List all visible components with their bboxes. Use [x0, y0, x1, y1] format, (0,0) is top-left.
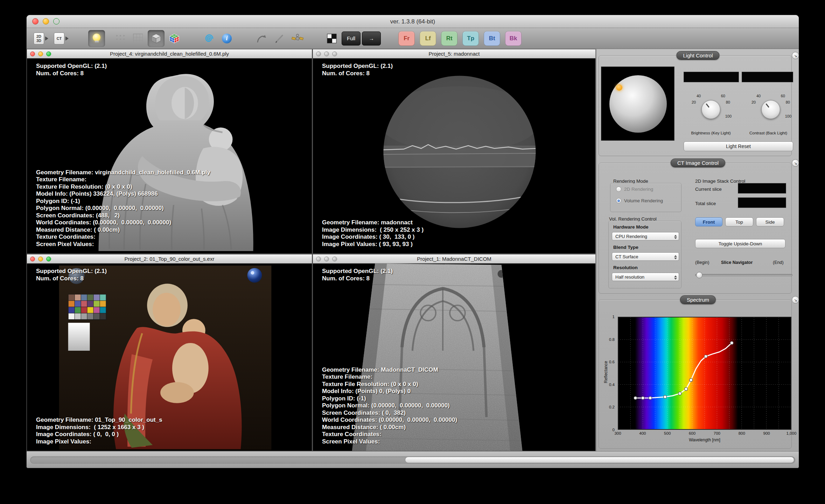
viewport-minimize-button[interactable] — [324, 51, 329, 56]
radio-2d-rendering[interactable]: 2D Rendering — [616, 187, 653, 192]
viewport-minimize-button[interactable] — [324, 257, 329, 261]
light-control-header: Light Control — [676, 51, 719, 60]
next-view-button[interactable]: → — [362, 31, 381, 46]
viewport-window-controls — [316, 51, 337, 56]
view-direction-button[interactable]: Bk — [505, 31, 522, 46]
viewport-titlebar[interactable]: Project_5: madonnact — [313, 49, 595, 58]
x-tick-label: 300 — [614, 431, 621, 435]
satellite-icon — [291, 33, 304, 44]
current-slice-field[interactable] — [738, 183, 786, 194]
view-direction-button[interactable]: Lf — [420, 31, 436, 46]
viewport-window-controls — [316, 257, 337, 261]
viewport-titlebar[interactable]: Project_1: MadonnaCT_DICOM — [313, 254, 595, 264]
contrast-knob-dial[interactable] — [761, 100, 780, 119]
section-collapse-icon[interactable]: ↘ — [792, 296, 799, 303]
full-view-button[interactable]: Full — [342, 31, 361, 46]
slice-navigator-slider[interactable] — [695, 274, 792, 276]
light-reset-button[interactable]: Light Reset — [684, 141, 793, 151]
measure-tool-button[interactable] — [271, 30, 288, 47]
viewport-close-button[interactable] — [30, 257, 35, 261]
wireframe-render-button[interactable] — [130, 30, 146, 47]
render-area-3d[interactable]: Supported OpenGL: (2.1)Num. of Cores: 8 … — [27, 58, 312, 253]
brightness-knob-dial[interactable] — [701, 100, 720, 119]
back-light-color-well[interactable] — [742, 72, 793, 82]
import-ct-button[interactable]: CT — [52, 30, 71, 47]
minimize-button[interactable] — [43, 18, 49, 24]
system-info-overlay: Supported OpenGL: (2.1)Num. of Cores: 8 — [36, 63, 107, 77]
key-light-color-well[interactable] — [684, 72, 739, 82]
2d3d-label-bottom: 3D — [36, 38, 41, 43]
shaded-render-button[interactable] — [148, 30, 165, 47]
view-direction-button[interactable]: Bt — [484, 31, 500, 46]
viewport-minimize-button[interactable] — [38, 257, 43, 261]
viewport-minimize-button[interactable] — [38, 51, 43, 56]
radio-volume-rendering[interactable]: Volume Rendering — [616, 198, 663, 203]
view-direction-button[interactable]: Rt — [441, 31, 457, 46]
viewport-project5: Project_5: madonnact — [313, 49, 596, 254]
viewport-titlebar[interactable]: Project_4: virginandchild_clean_holefill… — [27, 49, 312, 58]
system-info-overlay: Supported OpenGL: (2.1)Num. of Cores: 8 — [322, 268, 393, 282]
viewport-zoom-button[interactable] — [46, 257, 51, 261]
contrast-knob: 20 40 60 80 100 — [761, 100, 780, 119]
ct-image-control-section: CT Image Control ↘ Rendering Mode 2D Ren… — [598, 159, 798, 294]
resolution-select[interactable]: Half resolution — [612, 273, 679, 281]
viewport-titlebar[interactable]: Project_2: 01_Top_90_color_out_s.exr — [27, 254, 312, 264]
total-slice-field[interactable] — [738, 197, 786, 208]
section-collapse-icon[interactable]: ↘ — [792, 52, 799, 59]
key-light-marker[interactable] — [616, 84, 622, 91]
render-area-volume[interactable]: Supported OpenGL: (2.1)Num. of Cores: 8 … — [313, 264, 595, 451]
info-line: Screen Pixel Values: — [36, 241, 210, 248]
window-title: ver. 1.3.8 (64-bit) — [27, 15, 799, 28]
info-button[interactable]: i — [218, 30, 235, 47]
info-line: Supported OpenGL: (2.1) — [36, 63, 107, 70]
front-view-button[interactable]: Front — [695, 217, 722, 226]
viewport-zoom-button[interactable] — [46, 51, 51, 56]
quad-view-icon — [326, 33, 337, 44]
dropdown-arrows-icon — [674, 233, 677, 240]
viewport-zoom-button[interactable] — [332, 51, 337, 56]
viewport-title: Project_2: 01_Top_90_color_out_s.exr — [125, 256, 215, 262]
info-line: Supported OpenGL: (2.1) — [322, 268, 393, 275]
viewport-zoom-button[interactable] — [332, 257, 337, 261]
hardware-mode-select[interactable]: CPU Rendering — [612, 232, 679, 240]
color-render-button[interactable] — [166, 30, 183, 47]
point-render-button[interactable] — [111, 30, 128, 47]
slider-thumb[interactable] — [696, 272, 702, 278]
x-tick-label: 700 — [714, 431, 720, 435]
toggle-upside-down-button[interactable]: Toggle Upside-Down — [695, 239, 785, 248]
info-line: World Coordinates: (0.00000, 0.00000, 0.… — [322, 416, 457, 424]
spiral-tool-button[interactable] — [200, 30, 217, 47]
import-2d3d-button[interactable]: 2D 3D — [32, 30, 50, 47]
view-direction-button[interactable]: Fr — [398, 31, 415, 46]
spectrum-plot[interactable] — [618, 317, 791, 430]
light-toggle-button[interactable] — [88, 30, 105, 47]
viewport-close-button[interactable] — [30, 51, 35, 56]
close-button[interactable] — [32, 18, 39, 24]
blend-type-select[interactable]: CT Surface — [612, 252, 679, 261]
horizontal-scrollbar[interactable] — [30, 456, 795, 464]
satellite-tool-button[interactable] — [289, 30, 306, 47]
info-line: Texture Coordinates: — [322, 431, 457, 438]
scrollbar-thumb[interactable] — [405, 457, 794, 463]
blend-type-label: Blend Type — [613, 245, 638, 250]
top-view-button[interactable]: Top — [725, 217, 753, 226]
brightness-knob-caption: Brightness (Key Light) — [680, 131, 741, 135]
quad-view-button[interactable] — [323, 30, 340, 47]
picker-tool-button[interactable] — [253, 30, 270, 47]
view-direction-button[interactable]: Tp — [462, 31, 479, 46]
hardware-mode-label: Hardware Mode — [613, 224, 649, 230]
viewport-close-button[interactable] — [316, 51, 321, 56]
zoom-button[interactable] — [53, 18, 60, 24]
geometry-info-overlay: Geometry Filename: MadonnaCT_DICOMTextur… — [322, 366, 457, 446]
section-collapse-icon[interactable]: ↘ — [792, 159, 799, 167]
point-cloud-icon — [114, 33, 125, 44]
light-position-control[interactable] — [601, 66, 674, 141]
render-area-ct-slice[interactable]: Supported OpenGL: (2.1)Num. of Cores: 8 … — [313, 58, 595, 253]
side-view-button[interactable]: Side — [756, 217, 784, 226]
viewport-close-button[interactable] — [316, 257, 321, 261]
ct-label: CT — [57, 36, 62, 41]
window-titlebar[interactable]: ver. 1.3.8 (64-bit) — [27, 15, 799, 28]
info-line: Image Pixel Values: ( 93, 93, 93 ) — [322, 241, 424, 248]
render-area-photo[interactable]: Supported OpenGL: (2.1)Num. of Cores: 8 … — [27, 264, 312, 451]
ct-control-header: CT Image Control — [671, 159, 725, 167]
